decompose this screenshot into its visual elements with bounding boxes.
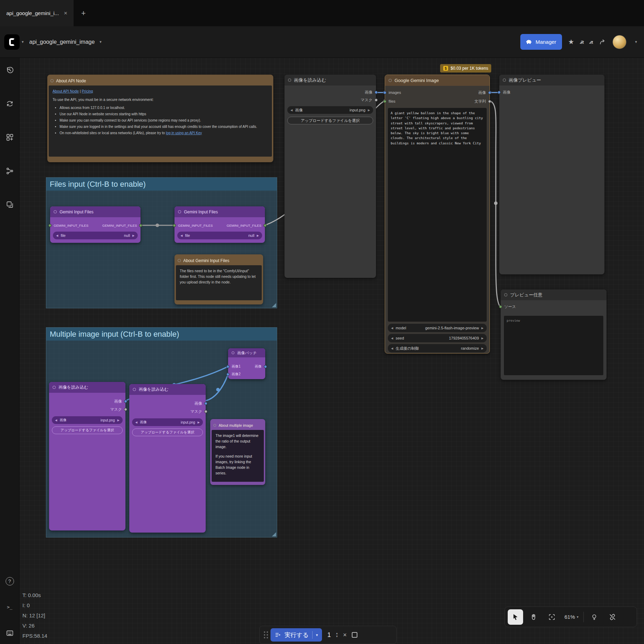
seed-widget[interactable]: ◀ seed 17928405576409 ▶ xyxy=(388,334,487,342)
output-port-image[interactable]: 画像 xyxy=(365,89,378,95)
close-tab-icon[interactable]: × xyxy=(64,10,67,17)
output-port-image[interactable]: 画像 xyxy=(114,398,127,404)
increment-icon[interactable]: ▶ xyxy=(117,419,119,422)
increment-icon[interactable]: ▶ xyxy=(132,234,135,237)
output-port-gemini-files[interactable]: GEMINI_INPUT_FILES xyxy=(102,222,142,228)
file-widget[interactable]: ◀ file null ▶ xyxy=(53,232,138,239)
upload-file-button[interactable]: アップロードするファイルを選択 xyxy=(132,429,203,436)
collapse-dot-icon[interactable] xyxy=(133,388,136,391)
collapse-dot-icon[interactable] xyxy=(504,293,507,296)
new-tab-button[interactable]: + xyxy=(74,0,93,26)
output-port-mask[interactable]: マスク xyxy=(361,97,378,103)
input-port-image[interactable]: 画像 xyxy=(498,89,511,95)
workflow-title-menu[interactable]: api_google_gemini_image ▾ xyxy=(29,39,104,45)
workflow-tab[interactable]: api_google_gemini_i... × xyxy=(0,0,74,26)
collapse-dot-icon[interactable] xyxy=(53,386,56,389)
node-load-image-a[interactable]: 画像を読み込む 画像 マスク ◀ 画像 input.png ▶ アップロードする… xyxy=(49,382,125,530)
input-port-image2[interactable]: 画像2 xyxy=(226,371,241,377)
output-port-image[interactable]: 画像 xyxy=(255,364,267,369)
fit-view-button[interactable] xyxy=(544,609,560,625)
collapse-dot-icon[interactable] xyxy=(503,78,506,82)
group-title[interactable]: Files input (Ctrl-B to enable) xyxy=(46,178,277,191)
translate-toggle-icon-small[interactable]: a xyxy=(590,39,593,45)
increment-icon[interactable]: ▶ xyxy=(198,421,200,424)
favorite-star-icon[interactable]: ★ xyxy=(568,38,574,46)
output-port-image[interactable]: 画像 xyxy=(478,90,491,95)
node-library-icon[interactable] xyxy=(5,133,14,142)
collapse-dot-icon[interactable] xyxy=(178,259,181,262)
prompt-textarea[interactable]: A giant yellow balloon in the shape of t… xyxy=(388,108,487,322)
user-avatar[interactable] xyxy=(612,35,626,49)
input-port-files[interactable]: files xyxy=(383,98,396,104)
decrement-icon[interactable]: ◀ xyxy=(56,234,58,237)
node-load-image-b[interactable]: 画像を読み込む 画像 マスク ◀ 画像 input.png ▶ アップロードする… xyxy=(129,384,206,533)
select-tool-button[interactable] xyxy=(508,609,523,625)
image-file-widget[interactable]: ◀ 画像 input.png ▶ xyxy=(132,418,203,426)
input-port-source[interactable]: ソース xyxy=(499,304,516,309)
model-library-icon[interactable] xyxy=(5,166,14,176)
queue-icon[interactable] xyxy=(5,99,14,108)
decrement-icon[interactable]: ◀ xyxy=(391,347,393,350)
pricing-link[interactable]: Pricing xyxy=(82,89,93,93)
decrement-icon[interactable]: ◀ xyxy=(55,419,57,422)
batch-count-stepper[interactable]: ▴ ▾ xyxy=(336,632,338,638)
zoom-level-dropdown[interactable]: 61% ▾ xyxy=(562,614,581,620)
node-gemini-input-files-1[interactable]: Gemini Input Files GEMINI_INPUT_FILES GE… xyxy=(50,206,141,243)
node-about-api[interactable]: About API Node About API Node | Pricing … xyxy=(47,75,273,162)
output-port-mask[interactable]: マスク xyxy=(190,409,207,414)
help-icon[interactable]: ? xyxy=(6,577,14,585)
upload-file-button[interactable]: アップロードするファイルを選択 xyxy=(287,117,373,124)
model-widget[interactable]: ◀ model gemini-2.5-flash-image-preview ▶ xyxy=(388,324,487,332)
node-gemini-input-files-2[interactable]: Gemini Input Files GEMINI_INPUT_FILES GE… xyxy=(174,206,265,243)
share-icon[interactable] xyxy=(599,39,606,46)
decrement-icon[interactable]: ◀ xyxy=(391,327,393,330)
node-preview-any[interactable]: プレビュー任意 ソース preview xyxy=(501,289,607,380)
increment-icon[interactable]: ▶ xyxy=(368,109,370,112)
bottom-panel-icon[interactable] xyxy=(5,629,14,638)
decrement-icon[interactable]: ◀ xyxy=(391,337,393,340)
node-load-image[interactable]: 画像を読み込む 画像 マスク ◀ 画像 input.png ▶ アップロードする… xyxy=(285,75,376,278)
node-google-gemini-image[interactable]: Google Gemini Image images files 画像 文字列 … xyxy=(385,75,490,354)
history-icon[interactable] xyxy=(5,66,14,75)
input-port-image1[interactable]: 画像1 xyxy=(226,364,241,369)
input-port-gemini-files[interactable]: GEMINI_INPUT_FILES xyxy=(48,222,88,228)
toggle-links-button[interactable] xyxy=(605,609,620,625)
increment-icon[interactable]: ▶ xyxy=(481,337,484,340)
manager-button[interactable]: Manager xyxy=(520,34,562,50)
image-file-widget[interactable]: ◀ 画像 input.png ▶ xyxy=(52,416,123,424)
account-chevron-icon[interactable]: ▾ xyxy=(635,40,637,44)
file-widget[interactable]: ◀ file null ▶ xyxy=(177,232,262,239)
node-about-multiple-image[interactable]: About multiple image The image1 will det… xyxy=(210,419,265,485)
input-port-gemini-files[interactable]: GEMINI_INPUT_FILES xyxy=(173,222,213,228)
terminal-icon[interactable]: >_ xyxy=(7,604,13,610)
node-image-batch[interactable]: 画像バッチ 画像1 画像2 画像 xyxy=(228,348,265,379)
group-title[interactable]: Multiple image input (Ctrl-B to enable) xyxy=(46,328,277,341)
api-key-link[interactable]: log in using an API Key xyxy=(166,131,202,135)
toggle-theme-button[interactable] xyxy=(587,609,602,625)
collapse-dot-icon[interactable] xyxy=(178,210,181,213)
logo-menu-chevron-icon[interactable]: ▾ xyxy=(22,40,24,44)
upload-file-button[interactable]: アップロードするファイルを選択 xyxy=(52,426,123,434)
node-about-gemini-input-files[interactable]: About Gemini Input Files The files need … xyxy=(174,254,263,304)
drag-handle-icon[interactable] xyxy=(264,631,265,633)
image-file-widget[interactable]: ◀ 画像 input.png ▶ xyxy=(287,106,373,114)
collapse-dot-icon[interactable] xyxy=(54,210,57,213)
run-button[interactable]: 実行する ▾ xyxy=(270,628,322,642)
increment-icon[interactable]: ▶ xyxy=(257,234,259,237)
about-api-link[interactable]: About API Node xyxy=(53,89,79,93)
translate-toggle-icon[interactable]: a xyxy=(581,39,584,46)
collapse-dot-icon[interactable] xyxy=(288,78,291,82)
increment-icon[interactable]: ▶ xyxy=(481,327,484,330)
comfyui-logo[interactable] xyxy=(4,34,20,50)
output-port-mask[interactable]: マスク xyxy=(110,406,127,412)
pan-tool-button[interactable] xyxy=(526,609,541,625)
workflows-icon[interactable] xyxy=(5,200,14,209)
collapse-dot-icon[interactable] xyxy=(232,351,234,354)
output-port-gemini-files[interactable]: GEMINI_INPUT_FILES xyxy=(227,222,267,228)
node-graph-canvas[interactable]: Files input (Ctrl-B to enable) Multiple … xyxy=(0,0,644,644)
batch-count-value[interactable]: 1 xyxy=(327,631,331,639)
stop-icon[interactable] xyxy=(352,632,357,638)
decrement-icon[interactable]: ◀ xyxy=(135,421,137,424)
input-port-images[interactable]: images xyxy=(383,90,401,95)
decrement-icon[interactable]: ◀ xyxy=(290,109,293,112)
